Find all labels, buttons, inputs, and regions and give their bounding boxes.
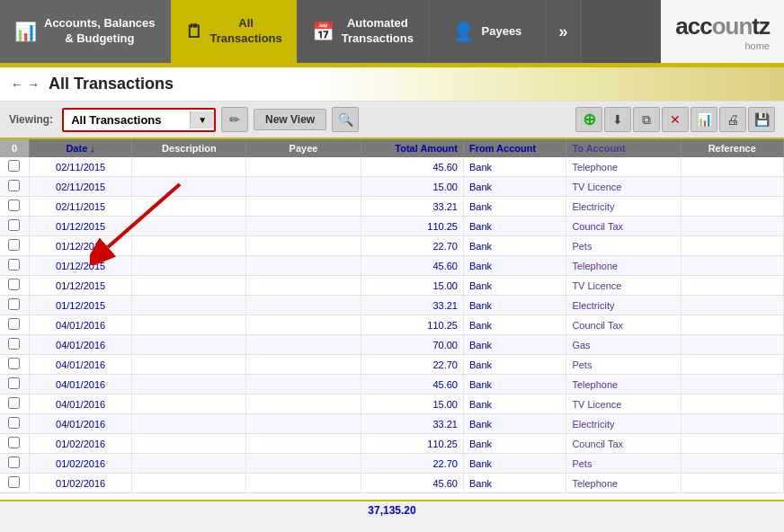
cell-to-account: Pets <box>566 236 681 256</box>
cell-description <box>132 355 246 375</box>
view-dropdown-btn[interactable]: ▼ <box>190 111 214 129</box>
search-button[interactable]: 🔍 <box>332 107 359 132</box>
col-header-to[interactable]: To Account <box>566 139 681 157</box>
view-select-value[interactable]: All Transactions <box>64 110 190 130</box>
table-row[interactable]: 04/01/2016110.25BankCouncil Tax <box>0 315 784 335</box>
cell-from-account: Bank <box>463 315 566 335</box>
table-row[interactable]: 01/12/2015110.25BankCouncil Tax <box>0 217 784 236</box>
row-checkbox[interactable] <box>8 377 20 389</box>
cell-from-account: Bank <box>463 375 566 395</box>
nav-payees[interactable]: 👤 Payees <box>429 0 546 63</box>
row-checkbox[interactable] <box>8 279 20 290</box>
table-row[interactable]: 04/01/201645.60BankTelephone <box>0 375 784 395</box>
add-button[interactable]: ⊕ <box>575 107 602 132</box>
col-header-description[interactable]: Description <box>132 139 246 157</box>
cell-amount: 45.60 <box>361 157 463 177</box>
cell-date: 01/02/2016 <box>29 434 131 454</box>
table-row[interactable]: 04/01/201670.00BankGas <box>0 335 784 355</box>
download-button[interactable]: ⬇ <box>604 107 631 132</box>
col-header-amount[interactable]: Total Amount <box>361 139 463 157</box>
table-row[interactable]: 02/11/201515.00BankTV Licence <box>0 177 784 197</box>
table-row[interactable]: 01/02/201622.70BankPets <box>0 454 784 474</box>
cell-reference <box>681 177 784 197</box>
chart-button[interactable]: 📊 <box>690 107 717 132</box>
nav-automated-transactions[interactable]: 📅 AutomatedTransactions <box>298 0 429 63</box>
cell-date: 04/01/2016 <box>29 335 131 355</box>
forward-arrow[interactable]: → <box>27 77 40 92</box>
view-select-container[interactable]: All Transactions ▼ <box>62 108 216 132</box>
nav-all-transactions-label: AllTransactions <box>210 16 282 47</box>
row-checkbox[interactable] <box>8 358 20 369</box>
delete-button[interactable]: ✕ <box>662 107 689 132</box>
table-row[interactable]: 04/01/201615.00BankTV Licence <box>0 395 784 414</box>
col-header-from[interactable]: From Account <box>463 139 566 157</box>
edit-button[interactable]: ✏ <box>221 107 248 132</box>
row-checkbox[interactable] <box>8 476 20 488</box>
cell-description <box>132 217 246 236</box>
cell-amount: 33.21 <box>361 414 463 434</box>
copy-button[interactable]: ⧉ <box>633 107 660 132</box>
row-checkbox[interactable] <box>8 457 20 468</box>
transactions-table-container: 0 Date ↓ Description Payee Total Amount … <box>0 139 784 500</box>
viewing-label: Viewing: <box>9 113 53 126</box>
row-checkbox[interactable] <box>8 239 20 251</box>
page-title: All Transactions <box>49 75 174 93</box>
cell-amount: 22.70 <box>361 236 463 256</box>
table-row[interactable]: 01/02/2016110.25BankCouncil Tax <box>0 434 784 454</box>
cell-payee <box>246 474 361 493</box>
cell-date: 02/11/2015 <box>29 177 131 197</box>
cell-to-account: Telephone <box>566 256 681 276</box>
cell-description <box>132 315 246 335</box>
table-row[interactable]: 01/12/201522.70BankPets <box>0 236 784 256</box>
cell-from-account: Bank <box>463 217 566 236</box>
table-row[interactable]: 04/01/201622.70BankPets <box>0 355 784 375</box>
cell-payee <box>246 315 361 335</box>
back-arrow[interactable]: ← <box>11 77 23 92</box>
table-row[interactable]: 01/12/201533.21BankElectricity <box>0 296 784 315</box>
cell-payee <box>246 197 361 217</box>
transactions-table: 0 Date ↓ Description Payee Total Amount … <box>0 139 784 493</box>
cell-date: 02/11/2015 <box>29 157 131 177</box>
export-button[interactable]: 💾 <box>748 107 775 132</box>
cell-reference <box>681 315 784 335</box>
cell-payee <box>246 414 361 434</box>
col-header-payee[interactable]: Payee <box>246 139 361 157</box>
col-header-date[interactable]: Date ↓ <box>29 139 131 157</box>
print-button[interactable]: 🖨 <box>719 107 746 132</box>
row-checkbox[interactable] <box>8 160 20 172</box>
cell-amount: 110.25 <box>361 434 463 454</box>
row-checkbox[interactable] <box>8 200 20 211</box>
cell-reference <box>681 236 784 256</box>
table-row[interactable]: 01/02/201645.60BankTelephone <box>0 474 784 493</box>
row-checkbox[interactable] <box>8 318 20 330</box>
table-row[interactable]: 01/12/201545.60BankTelephone <box>0 256 784 276</box>
table-row[interactable]: 02/11/201545.60BankTelephone <box>0 157 784 177</box>
row-checkbox[interactable] <box>8 180 20 191</box>
cell-reference <box>681 296 784 315</box>
cell-reference <box>681 375 784 395</box>
cell-reference <box>681 414 784 434</box>
cell-payee <box>246 276 361 296</box>
col-header-reference[interactable]: Reference <box>681 139 784 157</box>
cell-to-account: Council Tax <box>566 217 681 236</box>
cell-from-account: Bank <box>463 197 566 217</box>
nav-more[interactable]: » <box>546 0 582 63</box>
row-checkbox[interactable] <box>8 298 20 310</box>
row-checkbox[interactable] <box>8 259 20 270</box>
cell-date: 04/01/2016 <box>29 355 131 375</box>
cell-date: 01/12/2015 <box>29 236 131 256</box>
nav-all-transactions[interactable]: 🗒 AllTransactions <box>171 0 298 63</box>
row-checkbox[interactable] <box>8 417 20 429</box>
cell-description <box>132 474 246 493</box>
nav-accounts[interactable]: 📊 Accounts, Balances& Budgeting <box>0 0 171 63</box>
cell-reference <box>681 217 784 236</box>
new-view-button[interactable]: New View <box>254 109 326 130</box>
table-row[interactable]: 02/11/201533.21BankElectricity <box>0 197 784 217</box>
table-row[interactable]: 01/12/201515.00BankTV Licence <box>0 276 784 296</box>
row-checkbox[interactable] <box>8 219 20 231</box>
row-checkbox[interactable] <box>8 338 20 350</box>
cell-date: 01/02/2016 <box>29 454 131 474</box>
row-checkbox[interactable] <box>8 397 20 409</box>
row-checkbox[interactable] <box>8 437 20 448</box>
table-row[interactable]: 04/01/201633.21BankElectricity <box>0 414 784 434</box>
